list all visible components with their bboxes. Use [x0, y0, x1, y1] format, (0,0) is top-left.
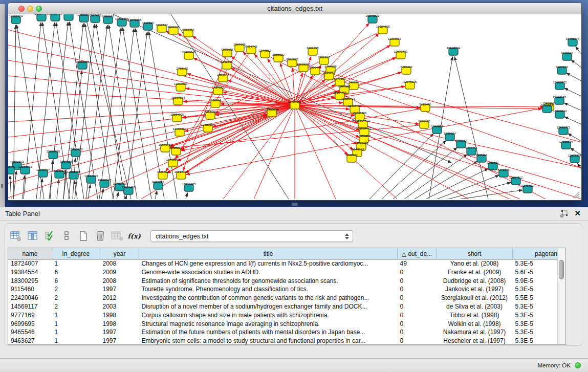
- panel-divider-grip[interactable]: [292, 203, 298, 206]
- network-node[interactable]: 1314519: [53, 169, 66, 178]
- network-node[interactable]: 8322037: [286, 58, 298, 67]
- network-node[interactable]: 18107554: [171, 96, 185, 105]
- network-node[interactable]: 1527602: [89, 14, 101, 23]
- network-node[interactable]: 17957223: [84, 174, 98, 183]
- network-node[interactable]: 12921468: [122, 186, 136, 194]
- network-node[interactable]: 5938924: [444, 132, 456, 141]
- network-node[interactable]: 9215953: [541, 104, 553, 113]
- table-row[interactable]: 1938455462009Genome-wide association stu…: [8, 268, 566, 277]
- network-node[interactable]: 15716485: [182, 183, 196, 191]
- network-node[interactable]: 8471676: [497, 168, 510, 177]
- column-header-out_de[interactable]: △ out_de...: [398, 248, 437, 259]
- network-node[interactable]: 6966160: [102, 15, 114, 24]
- network-node[interactable]: 7485063: [400, 65, 412, 74]
- network-node[interactable]: 17016514: [559, 140, 573, 149]
- table-row[interactable]: 1872400712008Changes of HCN gene express…: [8, 259, 566, 268]
- table-row[interactable]: 969969511998Structural magnetic resonanc…: [8, 320, 566, 329]
- network-node[interactable]: 5493822: [345, 154, 358, 162]
- memory-status-icon[interactable]: [575, 362, 581, 368]
- table-scrollbar-thumb[interactable]: [559, 260, 564, 279]
- network-node[interactable]: 9457771: [152, 181, 164, 189]
- network-node[interactable]: 2935114: [476, 154, 488, 162]
- network-node[interactable]: 16958107: [98, 179, 112, 187]
- network-node[interactable]: 1990448: [309, 66, 321, 75]
- network-node[interactable]: 15751074: [566, 37, 580, 46]
- delete-attribute-icon[interactable]: [93, 228, 108, 244]
- table-row[interactable]: 911546021997Tourette syndrome. Phenomeno…: [8, 285, 566, 294]
- network-node[interactable]: 9129946: [561, 52, 573, 60]
- network-node[interactable]: 10553287: [62, 14, 76, 20]
- column-header-year[interactable]: year: [100, 248, 139, 259]
- network-node[interactable]: 1588520: [272, 53, 285, 62]
- network-node[interactable]: 20691406: [35, 14, 49, 21]
- network-node[interactable]: 9699695: [418, 120, 430, 128]
- network-node[interactable]: 12342757: [36, 168, 50, 177]
- table-scrollbar[interactable]: [557, 248, 565, 344]
- network-node[interactable]: 5498222: [170, 146, 182, 155]
- network-node[interactable]: 2803144: [217, 73, 229, 82]
- network-node[interactable]: 12213967: [388, 37, 402, 46]
- network-node[interactable]: 16409948: [166, 158, 180, 167]
- network-node[interactable]: 11675338: [568, 154, 581, 163]
- column-header-in_degree[interactable]: in_degree: [52, 248, 100, 259]
- network-node[interactable]: 20206576: [47, 150, 60, 159]
- network-node[interactable]: 9242845: [221, 60, 233, 69]
- network-node[interactable]: 9245652: [521, 184, 534, 193]
- network-node[interactable]: 9227343: [556, 65, 568, 74]
- network-node[interactable]: 12156863: [18, 165, 32, 174]
- network-node[interactable]: 20053346: [76, 60, 90, 69]
- network-node[interactable]: 10654112: [509, 176, 523, 185]
- network-node[interactable]: 9660125: [167, 26, 180, 34]
- table-row[interactable]: 1830029562008Estimation of significance …: [8, 277, 566, 286]
- network-node[interactable]: 8427552: [212, 86, 224, 95]
- network-node[interactable]: 10719155: [115, 17, 129, 26]
- table-row[interactable]: 2242004622012Investigating the contribut…: [8, 294, 566, 302]
- function-builder-icon[interactable]: f(x): [126, 228, 142, 244]
- table-row[interactable]: 1456911722003Disruption of a novel membe…: [8, 302, 566, 311]
- network-node[interactable]: 16154808: [376, 25, 390, 34]
- network-node[interactable]: 12213593: [174, 82, 188, 91]
- network-node[interactable]: 26876822: [366, 14, 380, 23]
- window-resize-grip[interactable]: [575, 194, 579, 198]
- network-graph[interactable]: 1872400718300295161548081221396710973493…: [8, 14, 581, 199]
- network-node[interactable]: 20891409: [49, 14, 62, 21]
- column-header-name[interactable]: name: [8, 248, 52, 259]
- network-node[interactable]: 8267130: [204, 111, 216, 119]
- new-attribute-icon[interactable]: [76, 228, 91, 244]
- network-node[interactable]: 10973493: [394, 50, 408, 59]
- network-node[interactable]: 1170064: [210, 99, 222, 107]
- table-row[interactable]: 946362711997Embryonic stem cells: a mode…: [8, 337, 566, 345]
- table-row[interactable]: 946554611997Estimation of the future num…: [8, 328, 566, 337]
- table-settings-icon[interactable]: [8, 228, 24, 244]
- network-node[interactable]: 15692071: [557, 126, 571, 135]
- table-rows-icon[interactable]: [59, 228, 74, 244]
- network-node[interactable]: 7625402: [157, 170, 169, 179]
- zoom-window-button[interactable]: [36, 6, 42, 12]
- select-attributes-icon[interactable]: [42, 228, 57, 244]
- window-resize-grip[interactable]: [577, 196, 579, 198]
- close-panel-icon[interactable]: ✕: [574, 209, 581, 218]
- table-select[interactable]: citations_edges.txt: [150, 230, 353, 242]
- network-node[interactable]: 9097588: [60, 160, 72, 169]
- network-node[interactable]: 16648794: [447, 47, 461, 55]
- network-node[interactable]: 7955812: [318, 56, 330, 64]
- network-node[interactable]: 14055724: [9, 15, 23, 24]
- network-canvas[interactable]: 1872400718300295161548081221396710973493…: [8, 14, 581, 200]
- network-node[interactable]: 9115460: [420, 103, 432, 112]
- network-node[interactable]: 8454749: [245, 45, 257, 54]
- minimize-window-button[interactable]: [27, 6, 33, 12]
- network-node[interactable]: 9875685: [221, 48, 233, 57]
- network-node[interactable]: 7663822: [156, 24, 168, 32]
- network-node[interactable]: 7515526: [142, 21, 154, 30]
- network-node[interactable]: 2967608: [233, 43, 246, 52]
- network-node[interactable]: 2146821: [259, 49, 271, 58]
- column-header-title[interactable]: title: [139, 248, 398, 259]
- window-titlebar[interactable]: citations_edges.txt: [8, 3, 581, 15]
- close-window-button[interactable]: [18, 6, 25, 12]
- network-node[interactable]: 12975115: [403, 80, 417, 89]
- network-node[interactable]: 1040954: [431, 125, 443, 134]
- network-node[interactable]: 6961758: [307, 47, 319, 55]
- select-columns-icon[interactable]: [25, 228, 40, 244]
- table-row[interactable]: 977716911998Corpus callosum shape and si…: [8, 311, 566, 320]
- column-header-short[interactable]: short: [437, 248, 513, 259]
